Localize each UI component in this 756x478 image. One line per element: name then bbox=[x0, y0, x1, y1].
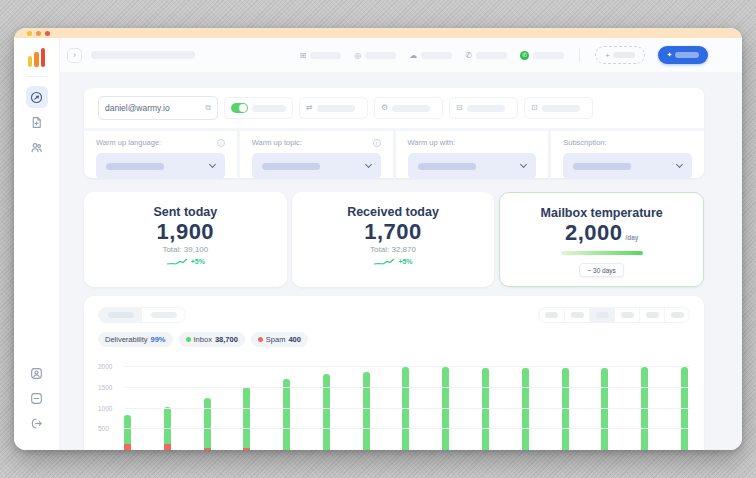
file-icon bbox=[30, 116, 43, 129]
warmup-topic-select[interactable] bbox=[252, 153, 381, 179]
legend-deliverability[interactable]: Deliverability 99% bbox=[98, 332, 173, 347]
chart-tab-1[interactable] bbox=[99, 308, 142, 322]
warmup-language-select[interactable] bbox=[96, 153, 225, 179]
inbox-dot-icon bbox=[186, 337, 191, 342]
bar-day-10 bbox=[482, 368, 489, 450]
mailbox-settings-card: daniel@warmy.io ⧉ ⇄ ⚙ bbox=[84, 88, 704, 178]
add-mailbox-button[interactable]: + bbox=[595, 46, 645, 64]
y-axis-tick: 2000 bbox=[98, 363, 120, 370]
sidebar-item-support[interactable] bbox=[26, 362, 48, 384]
info-icon[interactable]: i bbox=[217, 139, 225, 147]
settings-chip[interactable]: ⚙ bbox=[374, 97, 443, 119]
archive-chip[interactable]: ⊟ bbox=[449, 97, 518, 119]
bar-day-11 bbox=[522, 368, 529, 450]
traffic-light-close[interactable] bbox=[27, 31, 32, 36]
headset-icon bbox=[30, 367, 43, 380]
globe-icon: ◎ bbox=[354, 51, 361, 60]
phone-icon: ✆ bbox=[465, 51, 472, 60]
sidebar-collapse-button[interactable]: › bbox=[67, 48, 82, 63]
gridline bbox=[124, 408, 690, 409]
warmup-with-select[interactable] bbox=[408, 153, 537, 179]
mailbox-temperature-title: Mailbox temperature bbox=[541, 206, 663, 220]
warmup-toggle-chip[interactable] bbox=[224, 97, 293, 119]
bar-day-3 bbox=[204, 398, 211, 450]
range-segment-6[interactable] bbox=[664, 308, 689, 322]
bar-day-4 bbox=[243, 387, 250, 450]
chevron-down-icon bbox=[676, 161, 683, 168]
breadcrumb-skeleton bbox=[91, 51, 195, 59]
filter-label: Warm up with: bbox=[408, 138, 456, 147]
archive-icon: ⊟ bbox=[456, 104, 463, 112]
mailbox-row: daniel@warmy.io ⧉ ⇄ ⚙ bbox=[84, 88, 704, 128]
warmup-bar-chart: 500100015002000 bbox=[98, 353, 690, 450]
chat-icon bbox=[30, 392, 43, 405]
traffic-light-minimize[interactable] bbox=[36, 31, 41, 36]
filter-warmup-with: Warm up with: bbox=[393, 131, 549, 179]
sent-today-title: Sent today bbox=[153, 205, 217, 219]
gridline bbox=[124, 387, 690, 388]
sent-today-value: 1,900 bbox=[157, 220, 215, 243]
bar-day-1 bbox=[124, 415, 131, 450]
filter-subscription: Subscription: bbox=[548, 131, 704, 179]
mailbox-email: daniel@warmy.io bbox=[105, 103, 205, 113]
copy-icon[interactable]: ⧉ bbox=[205, 103, 211, 113]
chevron-down-icon bbox=[364, 161, 371, 168]
bar-day-8 bbox=[402, 367, 409, 450]
range-segment-4[interactable] bbox=[614, 308, 639, 322]
subscription-select[interactable] bbox=[563, 153, 692, 179]
received-today-card: Received today 1,700 Total: 32,870 +5% bbox=[292, 192, 495, 287]
warmup-filters-row: Warm up language:i Warm up topic:i Warm … bbox=[84, 128, 704, 179]
topbar-phone-item[interactable]: ✆ bbox=[465, 51, 507, 60]
sidebar-divider bbox=[26, 76, 48, 77]
app-body: › ⊞ ◎ ☁ ✆ ✆ + ✦ daniel@warmy. bbox=[14, 38, 742, 450]
primary-action-button[interactable]: ✦ bbox=[658, 46, 708, 64]
filter-warmup-language: Warm up language:i bbox=[84, 131, 237, 179]
whatsapp-icon: ✆ bbox=[520, 51, 529, 60]
topbar-right-group: ⊞ ◎ ☁ ✆ ✆ + ✦ bbox=[300, 46, 708, 64]
y-axis-tick: 1000 bbox=[98, 405, 120, 412]
mailbox-temperature-unit: /day bbox=[625, 234, 638, 241]
legend-inbox[interactable]: Inbox 38,700 bbox=[179, 332, 245, 347]
filter-label: Warm up topic: bbox=[252, 138, 302, 147]
topbar-globe-item[interactable]: ◎ bbox=[354, 51, 396, 60]
bar-day-14 bbox=[641, 367, 648, 450]
sidebar-item-dashboard[interactable] bbox=[26, 86, 48, 108]
info-icon[interactable]: i bbox=[373, 139, 381, 147]
sidebar-item-logout[interactable] bbox=[26, 412, 48, 434]
gear-icon: ⚙ bbox=[381, 104, 388, 112]
chart-header bbox=[98, 307, 690, 323]
window-titlebar bbox=[14, 28, 742, 38]
bars-container bbox=[124, 353, 688, 450]
box-chip[interactable]: ⊡ bbox=[524, 97, 593, 119]
topbar-whatsapp-item[interactable]: ✆ bbox=[520, 51, 564, 60]
deliverability-chart-card: Deliverability 99% Inbox 38,700 Spam 400 bbox=[84, 296, 704, 450]
legend-spam[interactable]: Spam 400 bbox=[251, 332, 308, 347]
sync-chip[interactable]: ⇄ bbox=[299, 97, 368, 119]
sidebar-item-contacts[interactable] bbox=[26, 136, 48, 158]
sent-today-card: Sent today 1,900 Total: 39,100 +5% bbox=[84, 192, 287, 287]
topbar-grid-item[interactable]: ⊞ bbox=[300, 51, 342, 60]
range-segment-5[interactable] bbox=[639, 308, 664, 322]
chart-tab-2[interactable] bbox=[142, 308, 185, 322]
mailbox-email-field[interactable]: daniel@warmy.io ⧉ bbox=[98, 96, 218, 120]
topbar-cloud-item[interactable]: ☁ bbox=[409, 51, 452, 60]
cloud-icon: ☁ bbox=[409, 51, 417, 60]
warmy-logo-icon bbox=[28, 47, 46, 67]
gridline bbox=[124, 428, 690, 429]
sidebar-item-chat[interactable] bbox=[26, 387, 48, 409]
warmup-toggle[interactable] bbox=[231, 103, 248, 113]
content-area: daniel@warmy.io ⧉ ⇄ ⚙ bbox=[60, 72, 742, 450]
mailbox-temperature-card: Mailbox temperature 2,000 /day ~ 30 days bbox=[499, 192, 704, 287]
sidebar-item-reports[interactable] bbox=[26, 111, 48, 133]
range-segment-3[interactable] bbox=[589, 308, 614, 322]
range-segment-2[interactable] bbox=[564, 308, 589, 322]
y-axis-tick: 1500 bbox=[98, 384, 120, 391]
chevron-down-icon bbox=[520, 161, 527, 168]
traffic-light-maximize[interactable] bbox=[45, 31, 50, 36]
sent-today-total: Total: 39,100 bbox=[162, 245, 208, 254]
range-segment-1[interactable] bbox=[539, 308, 564, 322]
filter-warmup-topic: Warm up topic:i bbox=[237, 131, 393, 179]
main-area: › ⊞ ◎ ☁ ✆ ✆ + ✦ daniel@warmy. bbox=[60, 38, 742, 450]
topbar-divider bbox=[579, 48, 580, 62]
bar-day-6 bbox=[323, 374, 330, 450]
